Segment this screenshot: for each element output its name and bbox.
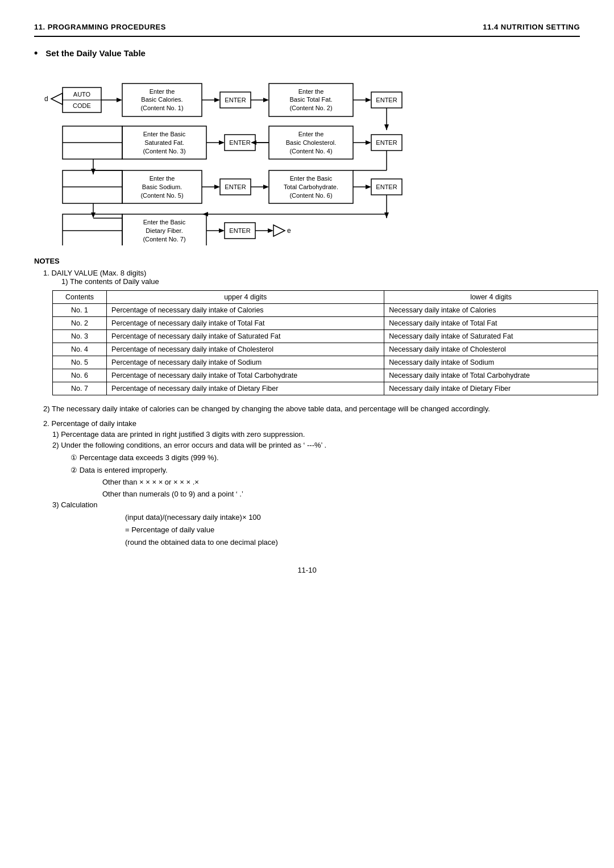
note-text-1: DAILY VALUE (Max. 8 digits) xyxy=(51,269,146,277)
sub-item-1: ① Percentage data exceeds 3 digits (999 … xyxy=(70,452,580,464)
cell-contents-6: No. 7 xyxy=(53,382,107,395)
note-num-1: 1. xyxy=(43,269,51,277)
sodium-line1: Enter the xyxy=(150,175,175,182)
cell-upper-4: Percentage of necessary daily intake of … xyxy=(107,356,384,369)
cell-upper-3: Percentage of necessary daily intake of … xyxy=(107,343,384,356)
sub-item-2-text: Data is entered improperly. xyxy=(80,466,168,474)
header: 11. PROGRAMMING PROCEDURES 11.4 NUTRITIO… xyxy=(34,23,580,31)
sub-items: ① Percentage data exceeds 3 digits (999 … xyxy=(70,452,580,477)
cell-lower-6: Necessary daily intake of Dietary Fiber xyxy=(384,382,598,395)
total-fat-line2: Basic Total Fat. xyxy=(290,96,333,103)
header-divider xyxy=(34,36,580,37)
table-row: No. 1Percentage of necessary daily intak… xyxy=(53,304,598,317)
enter-label3: ENTER xyxy=(376,139,397,146)
calories-line3: (Content No. 1) xyxy=(140,105,183,111)
notes-section: NOTES 1. DAILY VALUE (Max. 8 digits) 1) … xyxy=(34,257,580,549)
pct-item-1-text: Percentage data are printed in right jus… xyxy=(61,430,305,439)
table-row: No. 7Percentage of necessary daily intak… xyxy=(53,382,598,395)
chol-line2: Basic Cholesterol. xyxy=(286,139,337,146)
cell-upper-5: Percentage of necessary daily intake of … xyxy=(107,369,384,382)
pct-item-2-num: 2) xyxy=(52,441,61,449)
total-fat-line1: Enter the xyxy=(298,88,324,95)
para-2-main-num: 2. xyxy=(43,419,51,428)
circle-1: ① xyxy=(70,453,80,462)
table-body: No. 1Percentage of necessary daily intak… xyxy=(53,304,598,395)
end-arrow-e xyxy=(273,225,285,236)
chol-line3: (Content No. 4) xyxy=(289,148,332,155)
para-2-main: 2. Percentage of daily intake xyxy=(43,419,580,428)
table-row: No. 3Percentage of necessary daily intak… xyxy=(53,330,598,343)
arrow13-head xyxy=(268,228,273,233)
connect2-head xyxy=(202,212,208,216)
col-contents: Contents xyxy=(53,291,107,304)
code-label: CODE xyxy=(73,102,91,109)
col-lower: lower 4 digits xyxy=(384,291,598,304)
para-2-text: The necessary daily intake of calories c… xyxy=(52,404,490,413)
calories-line1: Enter the xyxy=(150,88,175,95)
enter-label5: ENTER xyxy=(225,183,246,190)
enter-label1: ENTER xyxy=(225,97,246,103)
calc-line-2: = Percentage of daily value xyxy=(125,524,580,536)
notes-item-1: 1. DAILY VALUE (Max. 8 digits) 1) The co… xyxy=(43,269,580,286)
col-upper: upper 4 digits xyxy=(107,291,384,304)
enter-label7: ENTER xyxy=(229,227,250,234)
cell-contents-3: No. 4 xyxy=(53,343,107,356)
fiber-line1: Enter the Basic xyxy=(143,219,186,226)
cell-lower-2: Necessary daily intake of Saturated Fat xyxy=(384,330,598,343)
carb-line3: (Content No. 6) xyxy=(289,192,332,199)
cell-contents-0: No. 1 xyxy=(53,304,107,317)
sat-fat-line1: Enter the Basic xyxy=(143,131,186,137)
cell-contents-2: No. 3 xyxy=(53,330,107,343)
calc-item: 3) Calculation xyxy=(52,500,580,509)
sodium-line2: Basic Sodium. xyxy=(142,183,182,190)
daily-value-table: Contents upper 4 digits lower 4 digits N… xyxy=(52,290,598,395)
para-2-wrapper: 2) The necessary daily intake of calorie… xyxy=(43,403,580,415)
para-2-main-text: Percentage of daily intake xyxy=(51,419,136,428)
arrow5-head xyxy=(366,140,371,145)
cell-lower-1: Necessary daily intake of Total Fat xyxy=(384,317,598,330)
cell-upper-0: Percentage of necessary daily intake of … xyxy=(107,304,384,317)
sodium-line3: (Content No. 5) xyxy=(140,192,183,199)
improperly-lines: Other than × × × × or × × × .× Other tha… xyxy=(102,477,580,500)
arrow1-head xyxy=(117,98,122,102)
header-left: 11. PROGRAMMING PROCEDURES xyxy=(34,23,166,31)
table-row: No. 5Percentage of necessary daily intak… xyxy=(53,356,598,369)
page-number: 11-10 xyxy=(34,566,580,574)
pct-item-2-text: Under the following conditions, an error… xyxy=(61,441,326,449)
arrow12-head xyxy=(219,228,225,233)
arrow10-head xyxy=(263,185,269,189)
table-header-row: Contents upper 4 digits lower 4 digits xyxy=(53,291,598,304)
improperly-line-2: Other than numerals (0 to 9) and a point… xyxy=(102,489,580,500)
sat-fat-line3: (Content No. 3) xyxy=(143,148,185,155)
flowchart: d AUTO CODE Enter the Basic Calories. (C… xyxy=(34,69,580,245)
sub-item-2: ② Data is entered improperly. xyxy=(70,464,580,477)
down8-head xyxy=(91,212,96,218)
pct-item-2: 2) Under the following conditions, an er… xyxy=(52,441,580,449)
start-arrow-d xyxy=(51,93,63,105)
circle-2: ② xyxy=(70,466,80,474)
chol-line1: Enter the xyxy=(298,131,324,137)
enter-label2: ENTER xyxy=(376,97,397,103)
flowchart-svg: d AUTO CODE Enter the Basic Calories. (C… xyxy=(34,69,580,245)
enter-label4: ENTER xyxy=(229,139,250,146)
arrow9-head xyxy=(214,185,220,189)
end-label-e: e xyxy=(287,227,291,235)
bullet-icon: • xyxy=(34,47,38,59)
calc-lines: (input data)/(necessary daily intake)× 1… xyxy=(125,511,580,549)
fiber-line2: Dietary Fiber. xyxy=(146,227,182,234)
calc-label-text: Calculation xyxy=(61,500,97,509)
cell-lower-5: Necessary daily intake of Total Carbohyd… xyxy=(384,369,598,382)
header-right: 11.4 NUTRITION SETTING xyxy=(483,23,580,31)
sub-item-1-text: Percentage data exceeds 3 digits (999 %)… xyxy=(80,453,219,462)
pct-item-1: 1) Percentage data are printed in right … xyxy=(52,430,580,439)
sat-fat-line2: Saturated Fat. xyxy=(144,139,184,146)
arrow7-head xyxy=(219,140,225,145)
start-label-d: d xyxy=(44,95,48,103)
table-row: No. 6Percentage of necessary daily intak… xyxy=(53,369,598,382)
cell-contents-4: No. 5 xyxy=(53,356,107,369)
note-sub-text-1: The contents of Daily value xyxy=(70,277,159,286)
enter-label6: ENTER xyxy=(376,183,397,190)
calc-line-1: (input data)/(necessary daily intake)× 1… xyxy=(125,511,580,524)
arrow11-head xyxy=(366,185,371,189)
auto-label: AUTO xyxy=(73,91,91,98)
